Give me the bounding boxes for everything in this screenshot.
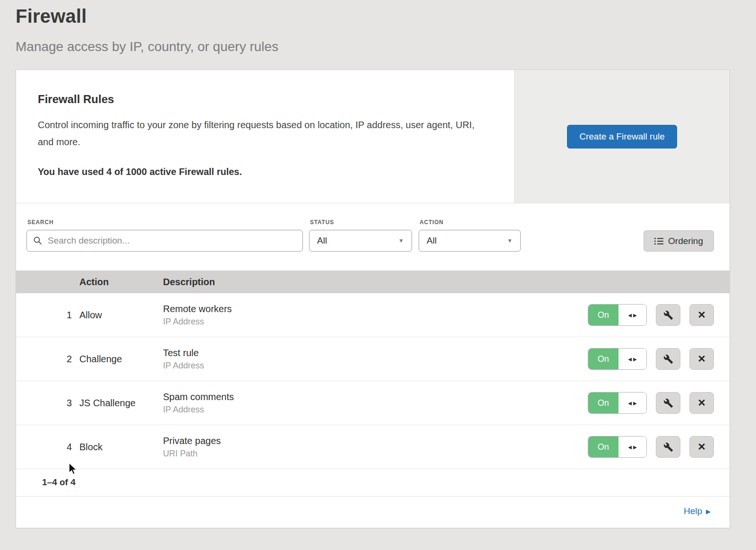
- search-label: SEARCH: [27, 219, 303, 226]
- help-arrow-icon: ▶: [706, 508, 711, 515]
- rule-description-cell: Remote workers IP Address: [163, 304, 588, 327]
- rule-description: Spam comments: [163, 392, 588, 402]
- filters-bar: SEARCH STATUS All ▼ ACTION All ▼: [16, 203, 730, 271]
- rule-number: 3: [16, 398, 79, 409]
- rule-action: Block: [79, 442, 163, 453]
- close-icon: ✕: [697, 397, 706, 409]
- hero-text-area: Firewall Rules Control incoming traffic …: [16, 70, 514, 203]
- rule-number: 4: [16, 442, 79, 453]
- search-input-wrap: [26, 230, 303, 252]
- rule-description-cell: Test rule IP Address: [163, 348, 588, 371]
- status-label: STATUS: [310, 219, 412, 226]
- wrench-icon: [663, 398, 673, 408]
- toggle-arrows-icon[interactable]: ◀▶: [619, 437, 647, 457]
- table-row: 2 Challenge Test rule IP Address On ◀▶ ✕: [16, 337, 730, 381]
- rule-action: Challenge: [79, 354, 163, 365]
- rule-controls: On ◀▶ ✕: [588, 348, 730, 370]
- table-header: Action Description: [16, 271, 730, 293]
- section-description: Control incoming traffic to your zone by…: [38, 116, 487, 150]
- ordering-button[interactable]: Ordering: [644, 230, 714, 252]
- ordering-button-label: Ordering: [668, 236, 703, 246]
- toggle-arrows-icon[interactable]: ◀▶: [619, 393, 647, 413]
- close-icon: ✕: [697, 353, 706, 365]
- status-filter: STATUS All ▼: [309, 219, 412, 252]
- delete-rule-button[interactable]: ✕: [689, 436, 714, 458]
- help-link-label: Help: [684, 506, 702, 516]
- rule-match-type: IP Address: [163, 317, 588, 327]
- section-title: Firewall Rules: [38, 93, 491, 106]
- chevron-down-icon: ▼: [507, 237, 513, 244]
- rule-description-cell: Private pages URI Path: [163, 436, 588, 459]
- action-column-header: Action: [79, 277, 163, 288]
- close-icon: ✕: [697, 309, 706, 321]
- rule-enabled-toggle[interactable]: On ◀▶: [588, 304, 647, 326]
- wrench-icon: [663, 354, 673, 364]
- rule-match-type: IP Address: [163, 405, 588, 415]
- rule-controls: On ◀▶ ✕: [588, 304, 730, 326]
- wrench-icon: [663, 310, 673, 320]
- help-link[interactable]: Help ▶: [684, 506, 711, 516]
- action-label: ACTION: [420, 219, 521, 226]
- rule-action: Allow: [79, 310, 163, 321]
- delete-rule-button[interactable]: ✕: [689, 392, 714, 414]
- rule-description: Test rule: [163, 348, 588, 358]
- status-selected-value: All: [317, 236, 327, 246]
- rule-description: Private pages: [163, 436, 588, 446]
- pagination-summary: 1–4 of 4: [16, 469, 730, 497]
- chevron-down-icon: ▼: [398, 237, 404, 244]
- rule-enabled-toggle[interactable]: On ◀▶: [588, 392, 647, 414]
- hero-action-area: Create a Firewall rule: [514, 70, 730, 203]
- rule-enabled-toggle[interactable]: On ◀▶: [588, 436, 647, 458]
- table-row: 1 Allow Remote workers IP Address On ◀▶ …: [16, 293, 730, 337]
- ordering-list-icon: [654, 237, 663, 245]
- page-title: Firewall: [16, 6, 740, 27]
- edit-rule-button[interactable]: [656, 392, 680, 414]
- search-input[interactable]: [26, 230, 303, 252]
- rule-match-type: URI Path: [163, 449, 588, 459]
- page-subtitle: Manage access by IP, country, or query r…: [16, 39, 740, 54]
- firewall-card: Firewall Rules Control incoming traffic …: [16, 70, 730, 528]
- rule-number: 1: [16, 310, 79, 321]
- edit-rule-button[interactable]: [656, 348, 680, 370]
- description-column-header: Description: [163, 277, 588, 288]
- rule-match-type: IP Address: [163, 361, 588, 371]
- delete-rule-button[interactable]: ✕: [689, 348, 714, 370]
- toggle-arrows-icon[interactable]: ◀▶: [619, 305, 647, 325]
- edit-rule-button[interactable]: [656, 436, 680, 458]
- toggle-on-label[interactable]: On: [588, 349, 619, 369]
- toggle-on-label[interactable]: On: [588, 305, 619, 325]
- delete-rule-button[interactable]: ✕: [689, 304, 714, 326]
- action-filter: ACTION All ▼: [419, 219, 521, 252]
- action-selected-value: All: [427, 236, 437, 246]
- table-row: 3 JS Challenge Spam comments IP Address …: [16, 381, 730, 425]
- firewall-rules-hero: Firewall Rules Control incoming traffic …: [16, 70, 730, 203]
- toggle-on-label[interactable]: On: [588, 393, 619, 413]
- edit-rule-button[interactable]: [656, 304, 680, 326]
- help-row: Help ▶: [16, 497, 730, 528]
- toggle-on-label[interactable]: On: [588, 437, 619, 457]
- rule-controls: On ◀▶ ✕: [588, 392, 730, 414]
- rule-description: Remote workers: [163, 304, 588, 314]
- rule-controls: On ◀▶ ✕: [588, 436, 730, 458]
- rule-number: 2: [16, 354, 79, 365]
- create-firewall-rule-button[interactable]: Create a Firewall rule: [567, 125, 677, 148]
- search-icon: [33, 236, 43, 245]
- action-select[interactable]: All ▼: [419, 230, 521, 252]
- search-filter: SEARCH: [26, 219, 303, 252]
- close-icon: ✕: [697, 441, 706, 453]
- toggle-arrows-icon[interactable]: ◀▶: [619, 349, 647, 369]
- wrench-icon: [663, 442, 673, 452]
- rule-enabled-toggle[interactable]: On ◀▶: [588, 348, 647, 370]
- usage-summary: You have used 4 of 1000 active Firewall …: [38, 166, 491, 177]
- table-row: 4 Block Private pages URI Path On ◀▶ ✕: [16, 425, 730, 469]
- rule-action: JS Challenge: [79, 398, 163, 409]
- rule-description-cell: Spam comments IP Address: [163, 392, 588, 415]
- page-header: Firewall Manage access by IP, country, o…: [0, 0, 756, 54]
- status-select[interactable]: All ▼: [309, 230, 412, 252]
